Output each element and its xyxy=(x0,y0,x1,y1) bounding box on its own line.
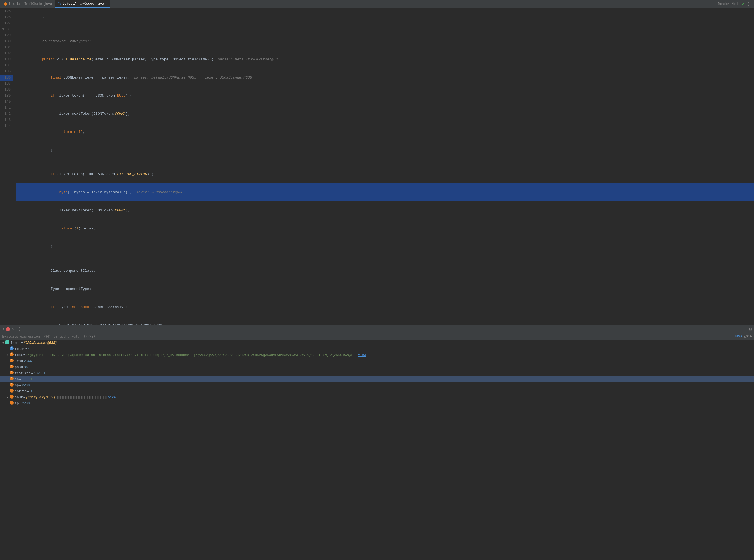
tab-icon-blue xyxy=(58,2,61,5)
tab-close-icon[interactable]: ✕ xyxy=(106,2,107,5)
debug-eq-sbuf: = xyxy=(23,395,25,400)
debug-name-eofPos: eofPos xyxy=(15,389,27,394)
tab-object-array-codec[interactable]: ObjectArrayCodec.java ✕ xyxy=(55,0,110,8)
debug-icon-pos: i xyxy=(10,364,14,368)
line-num-125: 125 xyxy=(0,8,14,14)
code-line-138: return (T) bytes; xyxy=(16,220,754,238)
debug-icon-features: i xyxy=(10,371,14,375)
debug-item-eofPos[interactable]: i eofPos = 0 xyxy=(0,388,754,395)
debug-lang-label[interactable]: Java xyxy=(734,335,742,338)
line-num-137: 137 xyxy=(0,81,14,87)
more-debug-icon[interactable]: ⋮ xyxy=(18,327,22,331)
debug-name-lexer: lexer xyxy=(11,340,20,346)
debug-arrows-icon[interactable]: ▲▼ xyxy=(744,334,749,339)
code-line-140 xyxy=(16,256,754,262)
line-num-142: 142 xyxy=(0,111,14,117)
code-line-142: Type componentType; xyxy=(16,280,754,298)
tab-template-impl[interactable]: TemplateImplChain.java xyxy=(1,0,55,8)
line-num-130: 130 xyxy=(0,38,14,44)
line-num-141: 141 xyxy=(0,105,14,111)
debug-icon-sp: i xyxy=(10,401,14,405)
evaluate-expression-input[interactable] xyxy=(2,335,734,338)
debug-item-ch[interactable]: i ch = ']' 93 xyxy=(0,376,754,382)
more-options-icon[interactable]: ⋮ xyxy=(746,1,751,7)
debug-val-sbuf: {char[512]@697} xyxy=(26,395,56,400)
debug-item-text[interactable]: i text = {"@type": "com.sun.org.apache.x… xyxy=(0,352,754,358)
line-num-136: 136 xyxy=(0,75,14,81)
debug-item-lexer[interactable]: lexer = {JSONScanner@638} xyxy=(0,340,754,346)
code-line-134 xyxy=(16,159,754,165)
debug-item-len[interactable]: i len = 2344 xyxy=(0,358,754,364)
debug-icon-eofPos: i xyxy=(10,389,14,393)
edit-icon[interactable]: ✎ xyxy=(12,327,14,331)
debugger-panel: ⬆ ⬤ ✎ ⋮ ⊡ Java ▲▼ + lexer = {JSONScanner… xyxy=(0,325,754,560)
code-line-133: } xyxy=(16,141,754,159)
expand-triangle-lexer[interactable] xyxy=(1,340,5,346)
code-line-137: lexer.nextToken(JSONToken.COMMA); xyxy=(16,201,754,220)
debug-eq-features: = xyxy=(31,371,33,376)
code-line-130: if (lexer.token() == JSONToken.NULL) { xyxy=(16,87,754,105)
tab-label-2: ObjectArrayCodec.java xyxy=(62,2,104,6)
debug-icon-len: i xyxy=(10,359,14,362)
debug-val-sp: 2200 xyxy=(22,401,30,406)
expand-triangle-sbuf[interactable] xyxy=(5,395,10,400)
add-watch-icon[interactable]: + xyxy=(750,334,752,339)
debugger-content: lexer = {JSONScanner@638} i token = 4 i … xyxy=(0,340,754,560)
reader-mode-label[interactable]: Reader Mode xyxy=(718,2,739,6)
debug-icon-bp: i xyxy=(10,383,14,386)
debug-icon-token: i xyxy=(10,346,14,350)
expand-panel-icon[interactable]: ⬆ xyxy=(2,327,4,331)
code-line-141: Class componentClass; xyxy=(16,262,754,280)
debug-view-sbuf-link[interactable]: View xyxy=(108,395,116,400)
code-line-127: /*unchecked, rawtypes*/ xyxy=(16,33,754,51)
debug-icon-text: i xyxy=(10,353,14,356)
debug-item-pos[interactable]: i pos = 86 xyxy=(0,364,754,370)
editor-main: 125 126 127 128↑ 129 130 131 132 133 134… xyxy=(0,8,754,325)
debug-name-text: text xyxy=(15,353,23,358)
line-num-135: 135 xyxy=(0,68,14,75)
code-line-131: lexer.nextToken(JSONToken.COMMA); xyxy=(16,105,754,123)
code-line-128: public <T> T deserialze(DefaultJSONParse… xyxy=(16,51,754,68)
expand-triangle-text[interactable] xyxy=(5,353,10,358)
debug-name-bp: bp xyxy=(15,383,19,388)
debug-val-pos: 86 xyxy=(24,364,28,370)
code-line-139: } xyxy=(16,238,754,256)
maximize-panel-icon[interactable]: ⊡ xyxy=(749,326,752,332)
debug-icon-sbuf: i xyxy=(10,395,14,399)
debug-eq-text: = xyxy=(23,353,25,358)
debug-eq-lexer: = xyxy=(21,340,23,346)
debug-name-pos: pos xyxy=(15,364,21,370)
debug-view-text-link[interactable]: View xyxy=(358,353,366,358)
debug-eq-len: = xyxy=(21,359,23,364)
code-line-132: return null; xyxy=(16,123,754,141)
sbuf-mini-vis: ▌▌▌▌▌▌▌▌▌▌▌▌▌▌▌▌▌▌▌▌▌▌▌▌▌▌▌▌▌▌▌▌ xyxy=(57,395,108,400)
code-line-126 xyxy=(16,26,754,33)
arrow-up-icon: ↑ xyxy=(9,26,11,33)
debug-val-token: 4 xyxy=(28,346,29,352)
debug-item-token[interactable]: i token = 4 xyxy=(0,346,754,352)
line-numbers: 125 126 127 128↑ 129 130 131 132 133 134… xyxy=(0,8,14,325)
stop-icon[interactable]: ⬤ xyxy=(6,327,10,331)
debug-eq-bp: = xyxy=(19,383,21,388)
line-num-131: 131 xyxy=(0,44,14,51)
debug-name-features: features xyxy=(15,371,31,376)
line-num-140: 140 xyxy=(0,99,14,105)
debug-name-sbuf: sbuf xyxy=(15,395,23,400)
code-line-129: final JSONLexer lexer = parser.lexer; pa… xyxy=(16,68,754,87)
debug-item-sbuf[interactable]: i sbuf = {char[512]@697} ▌▌▌▌▌▌▌▌▌▌▌▌▌▌▌… xyxy=(0,395,754,401)
code-line-125: } xyxy=(16,8,754,26)
debug-val-text: {"@type": "com.sun.org.apache.xalan.inte… xyxy=(26,353,358,358)
debug-item-features[interactable]: i features = 132061 xyxy=(0,370,754,376)
debug-val-lexer: {JSONScanner@638} xyxy=(23,340,57,346)
tab-bar-right: Reader Mode ✓ ⋮ xyxy=(718,1,753,7)
debug-icon-ch: i xyxy=(10,377,14,380)
tab-label-1: TemplateImplChain.java xyxy=(8,2,52,6)
code-line-135: if (lexer.token() == JSONToken.LITERAL_S… xyxy=(16,165,754,183)
debug-item-sp[interactable]: i sp = 2200 xyxy=(0,401,754,406)
code-line-136: byte[] bytes = lexer.bytesValue(); lexer… xyxy=(16,183,754,201)
debug-item-bp[interactable]: i bp = 2288 xyxy=(0,382,754,388)
debug-eq-ch: = xyxy=(19,377,21,382)
debug-val-features: 132061 xyxy=(34,371,45,376)
debug-icon-lexer xyxy=(5,340,9,344)
debugger-toolbar: ⬆ ⬤ ✎ ⋮ ⊡ xyxy=(0,325,754,333)
